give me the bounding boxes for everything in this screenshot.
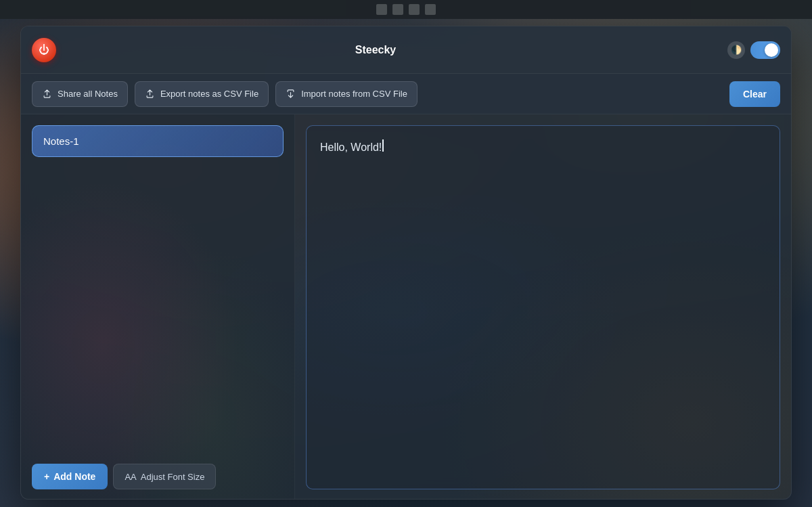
header: ⏻ Steecky 🌓 bbox=[21, 26, 791, 74]
export-icon bbox=[145, 89, 155, 99]
menubar-icon-1 bbox=[376, 4, 387, 15]
menubar-icon-4 bbox=[425, 4, 436, 15]
toggle-knob bbox=[765, 43, 778, 57]
note-item[interactable]: Notes-1 bbox=[32, 125, 284, 157]
toolbar: Share all Notes Export notes as CSV File… bbox=[21, 74, 791, 114]
theme-icon: 🌓 bbox=[727, 41, 745, 59]
font-size-icon: AA bbox=[125, 472, 136, 482]
menubar bbox=[0, 0, 812, 19]
import-icon bbox=[286, 89, 296, 99]
add-icon: + bbox=[44, 471, 49, 482]
export-csv-button[interactable]: Export notes as CSV File bbox=[135, 81, 269, 107]
dark-mode-toggle[interactable] bbox=[750, 41, 780, 59]
share-icon bbox=[42, 89, 52, 99]
note-editor: Hello, World! bbox=[295, 114, 791, 500]
add-note-label: Add Note bbox=[53, 471, 95, 482]
import-csv-button[interactable]: Import notes from CSV File bbox=[275, 81, 418, 107]
adjust-font-button[interactable]: AA Adjust Font Size bbox=[113, 464, 216, 489]
menubar-icon-2 bbox=[392, 4, 403, 15]
content-area: Notes-1 + Add Note AA Adjust Font Size H… bbox=[21, 114, 791, 500]
add-note-button[interactable]: + Add Note bbox=[32, 464, 108, 489]
sidebar: Notes-1 + Add Note AA Adjust Font Size bbox=[21, 114, 295, 500]
note-item-label: Notes-1 bbox=[43, 135, 79, 147]
editor-content[interactable]: Hello, World! bbox=[320, 139, 766, 156]
share-all-notes-button[interactable]: Share all Notes bbox=[32, 81, 128, 107]
menubar-center bbox=[376, 4, 436, 15]
text-cursor bbox=[382, 139, 384, 152]
sidebar-footer: + Add Note AA Adjust Font Size bbox=[32, 456, 284, 489]
sidebar-spacer bbox=[32, 157, 284, 456]
adjust-font-label: Adjust Font Size bbox=[141, 472, 205, 482]
export-csv-label: Export notes as CSV File bbox=[160, 89, 258, 99]
sun-moon-icon: 🌓 bbox=[731, 45, 742, 55]
share-all-notes-label: Share all Notes bbox=[58, 89, 118, 99]
theme-controls: 🌓 bbox=[727, 41, 780, 59]
import-csv-label: Import notes from CSV File bbox=[301, 89, 407, 99]
editor-box[interactable]: Hello, World! bbox=[306, 125, 780, 489]
app-title: Steecky bbox=[32, 44, 719, 56]
app-window: ⏻ Steecky 🌓 Share all Notes Export notes… bbox=[20, 26, 792, 500]
clear-button[interactable]: Clear bbox=[729, 81, 780, 107]
note-text: Hello, World! bbox=[320, 139, 382, 156]
menubar-icon-3 bbox=[409, 4, 420, 15]
